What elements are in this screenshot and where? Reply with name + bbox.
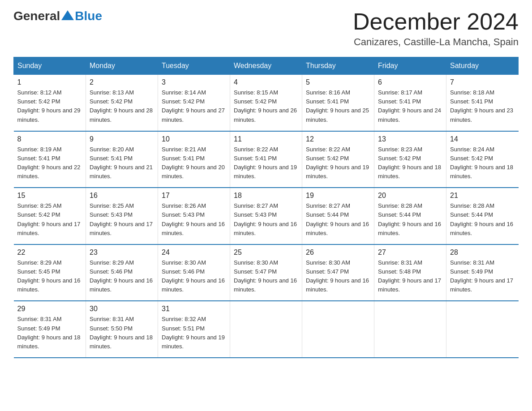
calendar-cell: 7 Sunrise: 8:18 AMSunset: 5:41 PMDayligh… [446,75,519,131]
calendar-cell: 5 Sunrise: 8:16 AMSunset: 5:41 PMDayligh… [302,75,374,131]
calendar-table: SundayMondayTuesdayWednesdayThursdayFrid… [13,57,519,358]
day-info: Sunrise: 8:19 AMSunset: 5:41 PMDaylight:… [17,145,82,181]
day-header-thursday: Thursday [302,57,374,75]
day-number: 15 [17,192,82,200]
calendar-subtitle: Canizares, Castille-La Mancha, Spain [353,36,519,48]
calendar-cell: 21 Sunrise: 8:28 AMSunset: 5:44 PMDaylig… [446,188,519,244]
day-number: 21 [450,192,515,200]
day-info: Sunrise: 8:31 AMSunset: 5:50 PMDaylight:… [90,315,154,351]
day-info: Sunrise: 8:30 AMSunset: 5:47 PMDaylight:… [306,258,370,295]
calendar-cell: 16 Sunrise: 8:25 AMSunset: 5:43 PMDaylig… [86,188,158,244]
day-number: 30 [90,305,154,313]
calendar-week-row: 1 Sunrise: 8:12 AMSunset: 5:42 PMDayligh… [14,75,519,131]
day-info: Sunrise: 8:24 AMSunset: 5:42 PMDaylight:… [450,145,515,181]
day-number: 17 [162,192,226,200]
calendar-cell: 17 Sunrise: 8:26 AMSunset: 5:43 PMDaylig… [158,188,230,244]
day-info: Sunrise: 8:14 AMSunset: 5:42 PMDaylight:… [162,88,226,124]
day-header-wednesday: Wednesday [230,57,302,75]
day-number: 26 [306,248,370,257]
day-info: Sunrise: 8:13 AMSunset: 5:42 PMDaylight:… [90,88,154,124]
calendar-cell: 26 Sunrise: 8:30 AMSunset: 5:47 PMDaylig… [302,244,374,301]
calendar-cell [446,301,519,358]
day-number: 31 [162,305,226,313]
calendar-cell: 1 Sunrise: 8:12 AMSunset: 5:42 PMDayligh… [14,75,86,131]
day-info: Sunrise: 8:30 AMSunset: 5:47 PMDaylight:… [234,258,298,295]
day-info: Sunrise: 8:18 AMSunset: 5:41 PMDaylight:… [450,88,515,124]
day-number: 29 [17,305,82,313]
day-header-monday: Monday [86,57,158,75]
day-info: Sunrise: 8:20 AMSunset: 5:41 PMDaylight:… [90,145,154,181]
day-number: 11 [234,135,298,143]
day-number: 27 [378,248,442,257]
calendar-cell: 25 Sunrise: 8:30 AMSunset: 5:47 PMDaylig… [230,244,302,301]
day-number: 28 [450,248,515,257]
day-info: Sunrise: 8:31 AMSunset: 5:48 PMDaylight:… [378,258,442,295]
calendar-title: December 2024 [353,9,519,34]
day-number: 25 [234,248,298,257]
calendar-week-row: 15 Sunrise: 8:25 AMSunset: 5:42 PMDaylig… [14,188,519,244]
calendar-cell: 14 Sunrise: 8:24 AMSunset: 5:42 PMDaylig… [446,131,519,188]
day-info: Sunrise: 8:31 AMSunset: 5:49 PMDaylight:… [450,258,515,295]
day-number: 10 [162,135,226,143]
day-number: 7 [450,78,515,86]
day-info: Sunrise: 8:17 AMSunset: 5:41 PMDaylight:… [378,88,442,124]
calendar-cell: 28 Sunrise: 8:31 AMSunset: 5:49 PMDaylig… [446,244,519,301]
day-number: 8 [17,135,82,143]
day-header-friday: Friday [374,57,446,75]
calendar-cell [230,301,302,358]
calendar-cell: 27 Sunrise: 8:31 AMSunset: 5:48 PMDaylig… [374,244,446,301]
day-info: Sunrise: 8:27 AMSunset: 5:44 PMDaylight:… [306,201,370,238]
logo-triangle-icon [61,10,74,20]
calendar-cell [374,301,446,358]
day-number: 5 [306,78,370,86]
day-number: 23 [90,248,154,257]
calendar-week-row: 22 Sunrise: 8:29 AMSunset: 5:45 PMDaylig… [14,244,519,301]
calendar-week-row: 29 Sunrise: 8:31 AMSunset: 5:49 PMDaylig… [14,301,519,358]
day-number: 20 [378,192,442,200]
day-number: 22 [17,248,82,257]
logo: General Blue [13,9,102,23]
calendar-cell: 20 Sunrise: 8:28 AMSunset: 5:44 PMDaylig… [374,188,446,244]
day-number: 14 [450,135,515,143]
calendar-cell: 2 Sunrise: 8:13 AMSunset: 5:42 PMDayligh… [86,75,158,131]
calendar-cell: 18 Sunrise: 8:27 AMSunset: 5:43 PMDaylig… [230,188,302,244]
calendar-cell: 9 Sunrise: 8:20 AMSunset: 5:41 PMDayligh… [86,131,158,188]
calendar-cell: 19 Sunrise: 8:27 AMSunset: 5:44 PMDaylig… [302,188,374,244]
calendar-cell: 6 Sunrise: 8:17 AMSunset: 5:41 PMDayligh… [374,75,446,131]
day-number: 13 [378,135,442,143]
day-info: Sunrise: 8:16 AMSunset: 5:41 PMDaylight:… [306,88,370,124]
day-info: Sunrise: 8:28 AMSunset: 5:44 PMDaylight:… [378,201,442,238]
calendar-cell: 8 Sunrise: 8:19 AMSunset: 5:41 PMDayligh… [14,131,86,188]
calendar-cell: 15 Sunrise: 8:25 AMSunset: 5:42 PMDaylig… [14,188,86,244]
day-number: 9 [90,135,154,143]
day-header-saturday: Saturday [446,57,519,75]
calendar-cell: 12 Sunrise: 8:22 AMSunset: 5:42 PMDaylig… [302,131,374,188]
calendar-cell: 29 Sunrise: 8:31 AMSunset: 5:49 PMDaylig… [14,301,86,358]
calendar-cell: 10 Sunrise: 8:21 AMSunset: 5:41 PMDaylig… [158,131,230,188]
day-info: Sunrise: 8:26 AMSunset: 5:43 PMDaylight:… [162,201,226,238]
day-number: 2 [90,78,154,86]
calendar-cell: 30 Sunrise: 8:31 AMSunset: 5:50 PMDaylig… [86,301,158,358]
day-info: Sunrise: 8:21 AMSunset: 5:41 PMDaylight:… [162,145,226,181]
day-number: 1 [17,78,82,86]
day-info: Sunrise: 8:32 AMSunset: 5:51 PMDaylight:… [162,315,226,351]
day-info: Sunrise: 8:25 AMSunset: 5:43 PMDaylight:… [90,201,154,238]
calendar-cell: 31 Sunrise: 8:32 AMSunset: 5:51 PMDaylig… [158,301,230,358]
calendar-cell: 13 Sunrise: 8:23 AMSunset: 5:42 PMDaylig… [374,131,446,188]
calendar-cell [302,301,374,358]
day-info: Sunrise: 8:29 AMSunset: 5:45 PMDaylight:… [17,258,82,295]
day-number: 16 [90,192,154,200]
day-header-tuesday: Tuesday [158,57,230,75]
day-number: 3 [162,78,226,86]
page-header: General Blue December 2024 Canizares, Ca… [13,9,519,48]
day-number: 6 [378,78,442,86]
day-info: Sunrise: 8:12 AMSunset: 5:42 PMDaylight:… [17,88,82,124]
day-info: Sunrise: 8:15 AMSunset: 5:42 PMDaylight:… [234,88,298,124]
calendar-cell: 4 Sunrise: 8:15 AMSunset: 5:42 PMDayligh… [230,75,302,131]
day-info: Sunrise: 8:22 AMSunset: 5:41 PMDaylight:… [234,145,298,181]
day-info: Sunrise: 8:23 AMSunset: 5:42 PMDaylight:… [378,145,442,181]
day-info: Sunrise: 8:31 AMSunset: 5:49 PMDaylight:… [17,315,82,351]
day-info: Sunrise: 8:29 AMSunset: 5:46 PMDaylight:… [90,258,154,295]
calendar-cell: 23 Sunrise: 8:29 AMSunset: 5:46 PMDaylig… [86,244,158,301]
logo-text-general: General [13,9,60,23]
